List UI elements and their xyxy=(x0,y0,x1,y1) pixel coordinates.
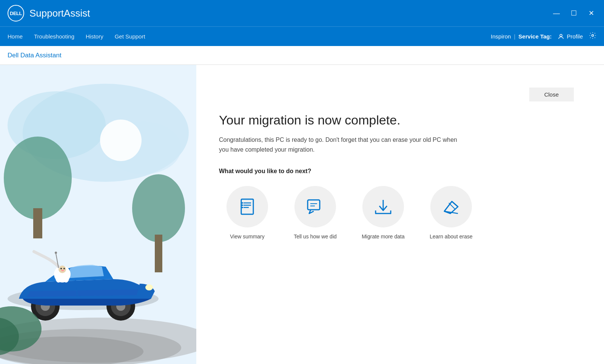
dell-logo: DELL xyxy=(8,5,24,22)
title-bar: DELL SupportAssist — ☐ ✕ xyxy=(0,0,604,26)
view-summary-label: View summary xyxy=(230,233,265,240)
migrate-more-card[interactable]: Migrate more data xyxy=(355,186,411,240)
feedback-icon xyxy=(305,197,325,217)
device-name: Inspiron xyxy=(491,33,511,40)
tell-us-card[interactable]: Tell us how we did xyxy=(287,186,344,240)
action-cards: View summary Tell us how we did xyxy=(219,186,574,240)
close-window-button[interactable]: ✕ xyxy=(586,8,596,18)
settings-button[interactable] xyxy=(589,32,596,41)
svg-point-40 xyxy=(242,204,243,206)
view-summary-circle xyxy=(226,186,268,227)
sub-header-title: Dell Data Assistant xyxy=(8,52,62,59)
svg-point-1 xyxy=(592,35,594,37)
summary-icon xyxy=(237,197,257,217)
profile-icon xyxy=(558,33,564,40)
illustration-svg xyxy=(0,65,196,364)
svg-point-41 xyxy=(242,207,243,208)
illustration-area xyxy=(0,65,196,364)
nav-divider: | xyxy=(514,33,515,40)
app-title: SupportAssist xyxy=(29,8,551,19)
nav-right: Inspiron | Service Tag: Profile xyxy=(491,32,596,41)
service-tag-label: Service Tag: xyxy=(518,33,552,40)
migrate-more-circle xyxy=(362,186,404,227)
device-info: Inspiron | Service Tag: xyxy=(491,33,552,40)
svg-point-30 xyxy=(61,270,64,271)
migrate-icon xyxy=(373,197,393,217)
nav-home[interactable]: Home xyxy=(8,32,23,41)
main-content: Close Your migration is now complete. Co… xyxy=(0,65,604,364)
learn-erase-card[interactable]: Learn about erase xyxy=(423,186,479,240)
svg-point-39 xyxy=(242,202,243,204)
migrate-more-label: Migrate more data xyxy=(362,233,405,240)
svg-rect-35 xyxy=(241,199,253,214)
svg-point-29 xyxy=(63,268,65,269)
minimize-button[interactable]: — xyxy=(551,8,562,18)
svg-point-9 xyxy=(132,174,185,242)
nav-links: Home Troubleshooting History Get Support xyxy=(8,32,491,41)
sub-header: Dell Data Assistant xyxy=(0,46,604,65)
content-area: Close Your migration is now complete. Co… xyxy=(196,65,604,364)
maximize-button[interactable]: ☐ xyxy=(569,8,579,18)
profile-button[interactable]: Profile xyxy=(558,33,583,40)
close-button-row: Close xyxy=(219,88,574,101)
learn-erase-circle xyxy=(430,186,472,227)
svg-rect-8 xyxy=(33,208,42,238)
svg-point-22 xyxy=(145,284,153,290)
svg-point-7 xyxy=(4,137,72,220)
svg-point-6 xyxy=(100,120,142,161)
profile-label: Profile xyxy=(567,33,583,40)
next-label: What would you like to do next? xyxy=(219,168,574,175)
view-summary-card[interactable]: View summary xyxy=(219,186,276,240)
tell-us-label: Tell us how we did xyxy=(294,233,337,240)
nav-troubleshooting[interactable]: Troubleshooting xyxy=(34,32,74,41)
close-button[interactable]: Close xyxy=(529,88,574,101)
migration-subtitle: Congratulations, this PC is ready to go.… xyxy=(219,135,461,154)
svg-rect-42 xyxy=(308,200,320,210)
gear-icon xyxy=(589,32,596,39)
svg-point-34 xyxy=(55,252,57,254)
learn-erase-label: Learn about erase xyxy=(430,233,473,240)
migration-title: Your migration is now complete. xyxy=(219,113,574,127)
window-controls: — ☐ ✕ xyxy=(551,8,596,18)
svg-point-28 xyxy=(60,268,62,269)
nav-get-support[interactable]: Get Support xyxy=(115,32,145,41)
tell-us-circle xyxy=(294,186,336,227)
erase-icon xyxy=(441,197,461,217)
svg-rect-10 xyxy=(155,235,162,272)
nav-history[interactable]: History xyxy=(86,32,103,41)
svg-point-0 xyxy=(560,34,562,37)
nav-bar: Home Troubleshooting History Get Support… xyxy=(0,26,604,46)
